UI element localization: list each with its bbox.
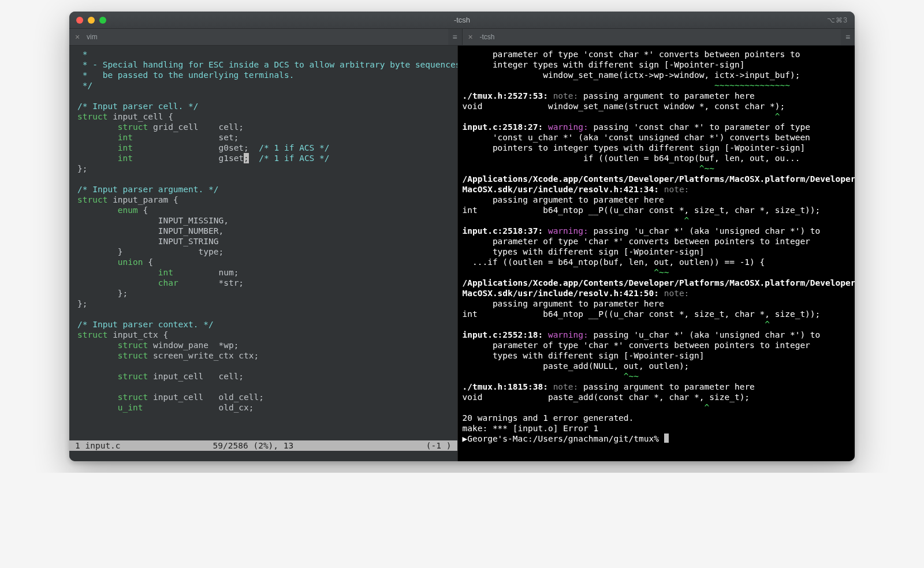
output-line: make: *** [input.o] Error 1 bbox=[463, 423, 851, 434]
code-line: }; bbox=[77, 163, 449, 174]
output-line: passing argument to parameter here bbox=[463, 298, 851, 309]
vim-commandline[interactable] bbox=[69, 451, 457, 461]
close-icon[interactable]: × bbox=[468, 33, 476, 41]
output-line: ...if ((outlen = b64_ntop(buf, len, out,… bbox=[463, 257, 851, 267]
minimize-icon[interactable] bbox=[88, 17, 95, 24]
code-line: */ bbox=[77, 80, 449, 91]
output-line: integer types with different sign [-Wpoi… bbox=[463, 59, 851, 70]
output-line: paste_add(NULL, out, outlen); bbox=[463, 361, 851, 371]
code-line bbox=[77, 174, 449, 184]
code-line: * - Special handling for ESC inside a DC… bbox=[77, 59, 449, 70]
tab-tcsh[interactable]: × -tcsh bbox=[463, 29, 841, 45]
code-line: INPUT_STRING bbox=[77, 236, 449, 246]
code-line: } type; bbox=[77, 246, 449, 257]
code-line: * be passed to the underlying terminals. bbox=[77, 70, 449, 80]
output-line: ^ bbox=[463, 402, 851, 413]
window-number-indicator: ⌥⌘3 bbox=[827, 16, 848, 24]
hamburger-icon[interactable]: ≡ bbox=[841, 32, 855, 42]
code-line: * bbox=[77, 49, 449, 59]
code-line: INPUT_NUMBER, bbox=[77, 226, 449, 236]
output-line: passing argument to parameter here bbox=[463, 195, 851, 205]
vim-statusline: 1 input.c 59/2586 (2%), 13 (-1 ) bbox=[69, 440, 457, 451]
output-line: ^~~ bbox=[463, 163, 851, 174]
output-line: parameter of type 'char *' converts betw… bbox=[463, 340, 851, 350]
output-line: ./tmux.h:2527:53: note: passing argument… bbox=[463, 91, 851, 101]
titlebar[interactable]: -tcsh ⌥⌘3 bbox=[69, 12, 855, 29]
output-line: MacOSX.sdk/usr/include/resolv.h:421:34: … bbox=[463, 184, 851, 195]
code-line: struct input_ctx { bbox=[77, 330, 449, 340]
output-line: types with different sign [-Wpointer-sig… bbox=[463, 246, 851, 257]
code-line bbox=[77, 91, 449, 101]
output-line: input.c:2552:18: warning: passing 'u_cha… bbox=[463, 330, 851, 340]
status-position: 59/2586 (2%), 13 bbox=[121, 440, 426, 451]
status-right: (-1 ) bbox=[426, 440, 452, 451]
output-line: types with different sign [-Wpointer-sig… bbox=[463, 350, 851, 361]
output-line: ./tmux.h:1815:38: note: passing argument… bbox=[463, 382, 851, 392]
close-icon[interactable]: × bbox=[75, 33, 83, 41]
code-line bbox=[77, 309, 449, 319]
split-panes: * * - Special handling for ESC inside a … bbox=[69, 46, 855, 461]
code-line: }; bbox=[77, 288, 449, 298]
code-line: u_int old_cx; bbox=[77, 402, 449, 413]
cursor bbox=[664, 434, 669, 443]
code-line: struct grid_cell cell; bbox=[77, 122, 449, 132]
code-line: /* Input parser context. */ bbox=[77, 319, 449, 330]
code-line: struct input_cell { bbox=[77, 111, 449, 122]
output-line: void window_set_name(struct window *, co… bbox=[463, 101, 851, 111]
output-line: window_set_name(ictx->wp->window, ictx->… bbox=[463, 70, 851, 80]
code-line: struct screen_write_ctx ctx; bbox=[77, 350, 449, 361]
output-line: ^~~ bbox=[463, 371, 851, 382]
code-line: struct input_cell old_cell; bbox=[77, 392, 449, 402]
output-line: /Applications/Xcode.app/Contents/Develop… bbox=[463, 278, 851, 288]
output-line: ^ bbox=[463, 319, 851, 330]
vim-pane[interactable]: * * - Special handling for ESC inside a … bbox=[69, 46, 458, 461]
output-line: MacOSX.sdk/usr/include/resolv.h:421:50: … bbox=[463, 288, 851, 298]
output-line: ^ bbox=[463, 111, 851, 122]
code-line: union { bbox=[77, 257, 449, 267]
code-line: }; bbox=[77, 298, 449, 309]
output-line: pointers to integer types with different… bbox=[463, 143, 851, 153]
tabbar: × vim ≡ × -tcsh ≡ bbox=[69, 29, 855, 46]
close-icon[interactable] bbox=[76, 17, 83, 24]
traffic-lights bbox=[76, 17, 106, 24]
shell-pane[interactable]: parameter of type 'const char *' convert… bbox=[458, 46, 855, 461]
output-line: 'const u_char *' (aka 'const unsigned ch… bbox=[463, 132, 851, 143]
output-line: input.c:2518:37: warning: passing 'u_cha… bbox=[463, 226, 851, 236]
code-line bbox=[77, 382, 449, 392]
output-line: input.c:2518:27: warning: passing 'const… bbox=[463, 122, 851, 132]
code-line: struct input_param { bbox=[77, 195, 449, 205]
code-line: int num; bbox=[77, 267, 449, 278]
shell-prompt[interactable]: ▶George's-Mac:/Users/gnachman/git/tmux% bbox=[463, 434, 851, 444]
output-line: ^ bbox=[463, 215, 851, 226]
code-line: struct window_pane *wp; bbox=[77, 340, 449, 350]
output-line: int b64_ntop __P((u_char const *, size_t… bbox=[463, 309, 851, 319]
output-line: parameter of type 'char *' converts betw… bbox=[463, 236, 851, 246]
window-title: -tcsh bbox=[454, 16, 470, 24]
code-line: /* Input parser argument. */ bbox=[77, 184, 449, 195]
code-line: int g0set; /* 1 if ACS */ bbox=[77, 143, 449, 153]
output-line: 20 warnings and 1 error generated. bbox=[463, 413, 851, 423]
output-line: int b64_ntop __P((u_char const *, size_t… bbox=[463, 205, 851, 215]
output-line: if ((outlen = b64_ntop(buf, len, out, ou… bbox=[463, 153, 851, 163]
output-line: parameter of type 'const char *' convert… bbox=[463, 49, 851, 59]
output-line: /Applications/Xcode.app/Contents/Develop… bbox=[463, 174, 851, 184]
code-line: int g1set; /* 1 if ACS */ bbox=[77, 153, 449, 163]
code-line: struct input_cell cell; bbox=[77, 371, 449, 382]
hamburger-icon[interactable]: ≡ bbox=[448, 32, 462, 42]
terminal-window: -tcsh ⌥⌘3 × vim ≡ × -tcsh ≡ * * - Specia… bbox=[69, 12, 855, 461]
tab-label: vim bbox=[87, 33, 98, 41]
code-line: enum { bbox=[77, 205, 449, 215]
vim-buffer[interactable]: * * - Special handling for ESC inside a … bbox=[69, 46, 457, 440]
status-filename: 1 input.c bbox=[75, 440, 121, 451]
tab-vim[interactable]: × vim bbox=[69, 29, 448, 45]
code-line: char *str; bbox=[77, 278, 449, 288]
tab-label: -tcsh bbox=[480, 33, 495, 41]
output-line: void paste_add(const char *, char *, siz… bbox=[463, 392, 851, 402]
zoom-icon[interactable] bbox=[99, 17, 106, 24]
code-line: int set; bbox=[77, 132, 449, 143]
code-line: INPUT_MISSING, bbox=[77, 215, 449, 226]
output-line: ^~~ bbox=[463, 267, 851, 278]
code-line bbox=[77, 361, 449, 371]
output-line: ~~~~~~~~~~~~~~~ bbox=[463, 80, 851, 91]
code-line: /* Input parser cell. */ bbox=[77, 101, 449, 111]
